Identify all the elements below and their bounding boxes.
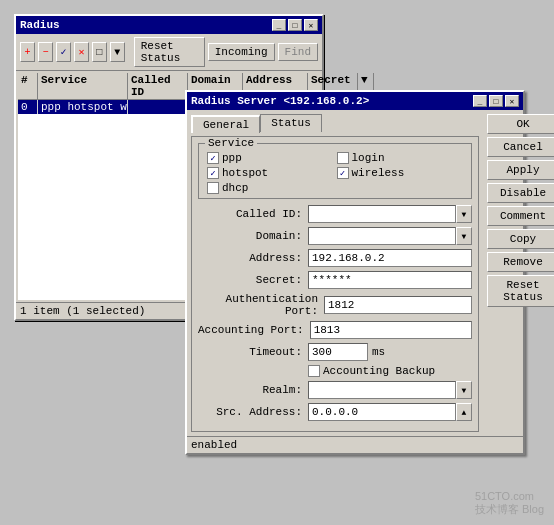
auth-port-input[interactable] <box>324 296 472 314</box>
tab-general[interactable]: General <box>191 115 260 133</box>
acct-port-input[interactable] <box>310 321 472 339</box>
find-label: Find <box>278 43 318 61</box>
comment-button[interactable]: Comment <box>487 206 554 226</box>
server-content: General Status Service ppp login <box>187 110 523 436</box>
server-main-panel: General Status Service ppp login <box>187 110 483 436</box>
form-row-acct-port: Accounting Port: <box>198 321 472 339</box>
called-id-input[interactable] <box>308 205 456 223</box>
called-id-field-group: ▼ <box>308 205 472 223</box>
address-label: Address: <box>198 252 308 264</box>
watermark-line1: 51CTO.com <box>475 490 544 502</box>
timeout-label: Timeout: <box>198 346 308 358</box>
copy-action-button[interactable]: Copy <box>487 229 554 249</box>
form-row-called-id: Called ID: ▼ <box>198 205 472 223</box>
incoming-button[interactable]: Incoming <box>208 43 275 61</box>
reset-status-action-button[interactable]: Reset Status <box>487 275 554 307</box>
label-ppp: ppp <box>222 152 242 164</box>
checkbox-item-dhcp: dhcp <box>207 182 334 194</box>
realm-field-group: ▼ <box>308 381 472 399</box>
accounting-backup-row: Accounting Backup <box>308 365 472 377</box>
checkbox-hotspot[interactable] <box>207 167 219 179</box>
auth-port-label: Authentication Port: <box>198 293 324 317</box>
server-window: Radius Server <192.168.0.2> _ □ ✕ Genera… <box>185 90 525 455</box>
called-id-label: Called ID: <box>198 208 308 220</box>
server-status-bar: enabled <box>187 436 523 453</box>
ok-button[interactable]: OK <box>487 114 554 134</box>
accounting-backup-label: Accounting Backup <box>323 365 435 377</box>
check-button[interactable]: ✓ <box>56 42 71 62</box>
x-button[interactable]: ✕ <box>74 42 89 62</box>
cell-service: ppp hotspot wire... <box>38 100 128 114</box>
form-row-realm: Realm: ▼ <box>198 381 472 399</box>
domain-label: Domain: <box>198 230 308 242</box>
src-address-label: Src. Address: <box>198 406 308 418</box>
label-dhcp: dhcp <box>222 182 248 194</box>
form-row-timeout: Timeout: ms <box>198 343 472 361</box>
address-input[interactable] <box>308 249 472 267</box>
cancel-button[interactable]: Cancel <box>487 137 554 157</box>
radius-titlebar: Radius _ □ ✕ <box>16 16 322 34</box>
tab-content-general: Service ppp login hotspot <box>191 136 479 432</box>
tab-bar: General Status <box>191 114 479 132</box>
minimize-button[interactable]: _ <box>272 19 286 31</box>
checkbox-item-wireless: wireless <box>337 167 464 179</box>
server-title: Radius Server <192.168.0.2> <box>191 95 369 107</box>
timeout-unit: ms <box>372 346 385 358</box>
checkbox-ppp[interactable] <box>207 152 219 164</box>
add-button[interactable]: + <box>20 42 35 62</box>
form-row-address: Address: <box>198 249 472 267</box>
form-row-secret: Secret: <box>198 271 472 289</box>
server-titlebar: Radius Server <192.168.0.2> _ □ ✕ <box>187 92 523 110</box>
server-close-button[interactable]: ✕ <box>505 95 519 107</box>
called-id-dropdown[interactable]: ▼ <box>456 205 472 223</box>
tab-status[interactable]: Status <box>260 114 322 132</box>
domain-dropdown[interactable]: ▼ <box>456 227 472 245</box>
server-status-text: enabled <box>191 439 237 451</box>
secret-input[interactable] <box>308 271 472 289</box>
watermark-line2: 技术博客 Blog <box>475 502 544 517</box>
service-group-title: Service <box>205 137 257 149</box>
checkbox-login[interactable] <box>337 152 349 164</box>
close-button[interactable]: ✕ <box>304 19 318 31</box>
cell-index: 0 <box>18 100 38 114</box>
remove-button[interactable]: Remove <box>487 252 554 272</box>
service-checkboxes: ppp login hotspot wireless <box>207 152 463 194</box>
realm-label: Realm: <box>198 384 308 396</box>
radius-title: Radius <box>20 19 60 31</box>
reset-status-button[interactable]: Reset Status <box>134 37 205 67</box>
cell-called-id <box>128 100 188 114</box>
checkbox-wireless[interactable] <box>337 167 349 179</box>
checkbox-accounting-backup[interactable] <box>308 365 320 377</box>
server-titlebar-buttons: _ □ ✕ <box>473 95 519 107</box>
server-maximize-button[interactable]: □ <box>489 95 503 107</box>
disable-button[interactable]: Disable <box>487 183 554 203</box>
timeout-input[interactable] <box>308 343 368 361</box>
server-minimize-button[interactable]: _ <box>473 95 487 107</box>
realm-input[interactable] <box>308 381 456 399</box>
radius-toolbar: + − ✓ ✕ □ ▼ Reset Status Incoming Find <box>16 34 322 71</box>
checkbox-item-hotspot: hotspot <box>207 167 334 179</box>
domain-input[interactable] <box>308 227 456 245</box>
label-wireless: wireless <box>352 167 405 179</box>
service-group: Service ppp login hotspot <box>198 143 472 199</box>
src-address-input[interactable] <box>308 403 456 421</box>
checkbox-item-login: login <box>337 152 464 164</box>
domain-field-group: ▼ <box>308 227 472 245</box>
copy-button[interactable]: □ <box>92 42 107 62</box>
delete-button[interactable]: − <box>38 42 53 62</box>
filter-button[interactable]: ▼ <box>110 42 125 62</box>
col-called-id: Called ID <box>128 73 188 99</box>
apply-button[interactable]: Apply <box>487 160 554 180</box>
status-text: 1 item (1 selected) <box>20 305 145 317</box>
titlebar-buttons: _ □ ✕ <box>272 19 318 31</box>
col-index: # <box>18 73 38 99</box>
maximize-button[interactable]: □ <box>288 19 302 31</box>
realm-dropdown[interactable]: ▼ <box>456 381 472 399</box>
src-address-field-group: ▲ <box>308 403 472 421</box>
checkbox-dhcp[interactable] <box>207 182 219 194</box>
src-address-dropdown[interactable]: ▲ <box>456 403 472 421</box>
label-login: login <box>352 152 385 164</box>
form-row-src-address: Src. Address: ▲ <box>198 403 472 421</box>
col-service: Service <box>38 73 128 99</box>
checkbox-item-ppp: ppp <box>207 152 334 164</box>
